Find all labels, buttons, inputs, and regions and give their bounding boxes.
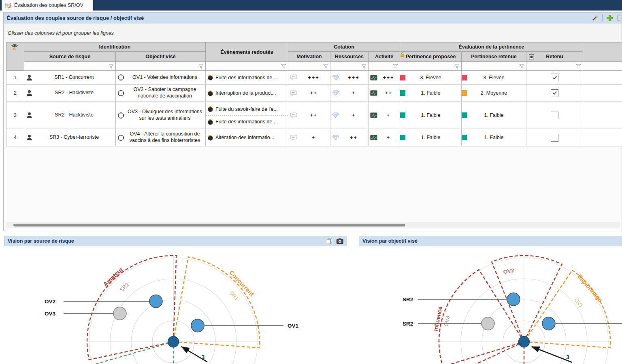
filter-icon[interactable] (393, 64, 398, 69)
cell-source[interactable]: SR1 - Concurrent (24, 71, 116, 85)
point-right[interactable] (542, 317, 555, 330)
cell-activite[interactable]: +++ (369, 71, 400, 85)
col-evenements[interactable]: Évènements redoutés (206, 42, 288, 62)
filter-icon[interactable] (576, 64, 581, 69)
scrollbar-thumb[interactable] (13, 224, 405, 226)
cell-pertinence-proposee[interactable]: 3. Élevée (400, 71, 462, 85)
retenu-checkbox-unchecked[interactable] (551, 134, 558, 142)
cell-pertinence-proposee[interactable]: 1. Faible (400, 85, 462, 102)
cell-extra[interactable] (583, 129, 622, 146)
magic-wand-icon[interactable] (591, 15, 599, 21)
cell-ressources[interactable]: + (330, 85, 369, 102)
retenu-checkbox-checked[interactable] (551, 89, 558, 97)
pertinence-retenue-value: 2. Moyenne (481, 90, 507, 96)
cell-ressources[interactable]: + (330, 102, 369, 129)
group-identification[interactable]: Identification (24, 42, 206, 52)
copy-icon[interactable] (326, 238, 333, 244)
col-objectif[interactable]: Objectif visé (116, 52, 206, 62)
filter-icon[interactable] (109, 64, 114, 69)
tab-evaluation-couples[interactable]: Évaluation des couples SR/OV (2, 0, 93, 11)
cell-ressources[interactable]: +++ (330, 71, 369, 85)
cell-pertinence-retenue[interactable]: 2. Moyenne (462, 85, 526, 102)
cell-activite[interactable]: ++ (369, 85, 400, 102)
filter-ressources[interactable] (330, 62, 369, 71)
add-icon[interactable] (606, 15, 613, 21)
filter-icon[interactable] (454, 64, 460, 69)
filter-motivation[interactable] (288, 62, 330, 71)
col-pertinence-proposee[interactable]: Pertinence proposée (400, 52, 462, 62)
cell-motivation[interactable]: ++ (288, 85, 330, 102)
point-ov2[interactable] (149, 295, 162, 308)
filter-pertinence-retenue[interactable] (462, 62, 526, 71)
col-ressources[interactable]: Ressources (330, 52, 369, 62)
cell-source[interactable]: SR3 - Cyber-terroriste (24, 129, 116, 146)
col-source[interactable]: Source de risque (24, 52, 116, 62)
filter-icon[interactable] (323, 64, 328, 69)
col-retenu[interactable]: Retenu (526, 52, 583, 62)
row-number[interactable]: 3 (6, 102, 24, 129)
col-activite[interactable]: Activité (369, 52, 400, 62)
camera-icon[interactable] (337, 238, 343, 244)
sector-espionnage[interactable] (524, 270, 610, 348)
cell-motivation[interactable]: ++ (288, 102, 330, 129)
row-number[interactable]: 4 (6, 129, 24, 146)
horizontal-scrollbar[interactable] (6, 222, 620, 228)
cell-extra[interactable] (583, 102, 622, 129)
sector-concurrent[interactable] (173, 257, 260, 348)
filter-icon[interactable] (198, 64, 204, 69)
table-corner-cell[interactable] (6, 42, 24, 71)
filter-source[interactable] (24, 62, 116, 71)
cell-motivation[interactable]: + (288, 129, 330, 146)
point-sr2-top[interactable] (507, 293, 520, 306)
cell-motivation[interactable]: +++ (288, 71, 330, 85)
point-sr2-left[interactable] (481, 317, 494, 330)
cell-pertinence-proposee[interactable]: 1. Faible (400, 129, 462, 146)
group-pertinence[interactable]: Évaluation de la pertinence (400, 42, 583, 52)
col-empty[interactable] (583, 42, 622, 62)
cell-pertinence-retenue[interactable]: 1. Faible (462, 129, 526, 146)
cell-evenements[interactable]: Fuite du savoir-faire de l'e... Fuite de… (206, 102, 288, 129)
cell-objectif[interactable]: OV3 - Divulguer des informations sur les… (116, 102, 206, 129)
center-point[interactable] (519, 336, 530, 347)
cell-evenements[interactable]: Interruption de la product... (206, 85, 288, 102)
group-by-zone[interactable]: Glisser des colonnes ici pour grouper le… (4, 24, 622, 42)
clipped-toolbar-icon[interactable] (617, 15, 620, 21)
retenu-checkbox-unchecked[interactable] (551, 112, 558, 119)
cell-objectif[interactable]: OV4 - Altérer la composition de vaccins … (116, 129, 206, 146)
row-number[interactable]: 2 (6, 85, 24, 102)
cell-source[interactable]: SR2 - Hacktiviste (24, 102, 116, 129)
cell-extra[interactable] (583, 85, 622, 102)
center-point[interactable] (168, 336, 179, 347)
cell-evenements[interactable]: Altération des informatio... (206, 129, 288, 146)
filter-retenu[interactable] (526, 62, 583, 71)
cell-pertinence-retenue[interactable]: 3. Élevée (462, 71, 526, 85)
sector-green[interactable] (90, 342, 173, 364)
filter-activite[interactable] (369, 62, 400, 71)
cell-objectif[interactable]: OV1 - Voler des informations (116, 71, 206, 85)
sector-amateur[interactable] (87, 256, 176, 360)
sector-influence[interactable] (439, 270, 524, 364)
cell-pertinence-retenue[interactable]: 1. Faible (462, 102, 526, 129)
cell-extra[interactable] (583, 71, 622, 85)
col-pertinence-retenue[interactable]: Pertinence retenue (462, 52, 526, 62)
group-cotation[interactable]: Cotation (288, 42, 400, 52)
cell-pertinence-proposee[interactable]: 1. Faible (400, 102, 462, 129)
cell-ressources[interactable]: ++ (330, 129, 369, 146)
point-ov3[interactable] (113, 307, 126, 320)
filter-icon[interactable] (519, 64, 524, 69)
retenu-checkbox-checked[interactable] (551, 74, 558, 81)
col-motivation[interactable]: Motivation (288, 52, 330, 62)
filter-pertinence-proposee[interactable] (400, 62, 462, 71)
filter-objectif[interactable] (116, 62, 206, 71)
objectif-label: OV4 - Altérer la composition de vaccins … (126, 131, 204, 144)
cell-objectif[interactable]: OV2 - Saboter la campagne nationale de v… (116, 85, 206, 102)
cell-activite[interactable]: + (369, 129, 400, 146)
filter-icon[interactable] (361, 64, 366, 69)
filter-evenements[interactable] (206, 62, 288, 71)
cell-evenements[interactable]: Fuite des informations de ... (206, 71, 288, 85)
row-number[interactable]: 1 (6, 71, 24, 85)
cell-source[interactable]: SR2 - Hacktiviste (24, 85, 116, 102)
cell-activite[interactable]: + (369, 102, 400, 129)
filter-icon[interactable] (281, 64, 286, 69)
point-ov1[interactable] (191, 319, 204, 332)
